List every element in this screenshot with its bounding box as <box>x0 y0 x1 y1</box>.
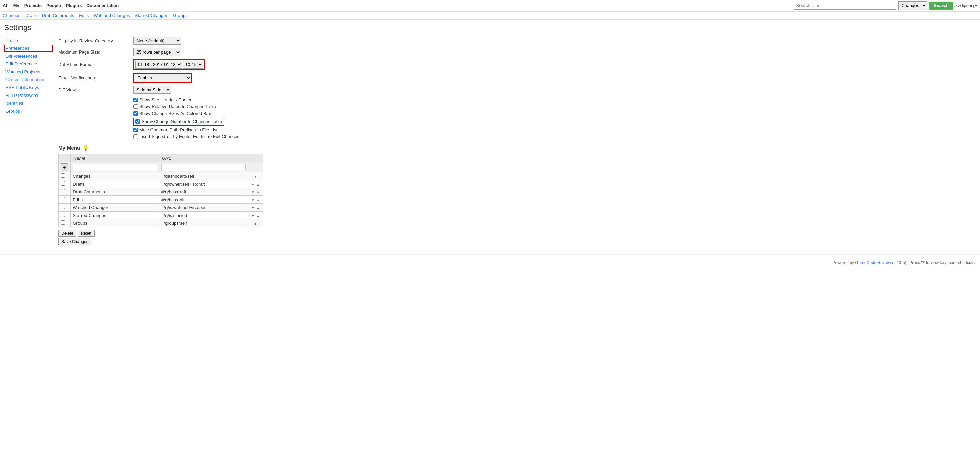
search-input[interactable] <box>794 2 896 10</box>
arrow-up-button[interactable]: ▲ <box>256 214 260 218</box>
arrow-up-button[interactable]: ▲ <box>256 198 260 202</box>
menu-add-btn-cell: + <box>59 162 71 172</box>
email-notifications-control: Enabled Disabled CC Me On My Changes <box>134 73 192 83</box>
menu-row-checkbox[interactable] <box>61 205 65 209</box>
save-changes-button[interactable]: Save Changes <box>58 238 91 245</box>
menu-name-input[interactable] <box>73 164 157 171</box>
arrow-down-button[interactable]: ▼ <box>253 175 258 178</box>
table-row: Drafts #/q/owner:self+is:draft ▼ ▲ <box>59 180 263 188</box>
email-notifications-select[interactable]: Enabled Disabled CC Me On My Changes <box>134 74 191 82</box>
max-page-size-row: Maximum Page Size: 25 rows per page 10 r… <box>58 48 975 56</box>
subnav-starred-changes[interactable]: Starred Changes <box>135 13 168 18</box>
menu-row-checkbox[interactable] <box>61 181 65 186</box>
subnav-draft-comments[interactable]: Draft Comments <box>42 13 75 18</box>
search-type-select[interactable]: Changes Patches Projects Groups Accounts <box>899 2 927 10</box>
menu-row-arrows: ▼ ▲ <box>248 196 263 204</box>
menu-url-input[interactable] <box>161 164 246 171</box>
menu-row-checkbox-cell <box>59 188 71 196</box>
nav-people[interactable]: People <box>46 3 61 8</box>
nav-documentation[interactable]: Documentation <box>87 3 119 8</box>
sidebar-item-contact-information[interactable]: Contact Information <box>4 76 53 83</box>
nav-plugins[interactable]: Plugins <box>66 3 82 8</box>
show-site-header-checkbox[interactable] <box>134 97 138 102</box>
diff-view-row: Diff View: Side by Side Unified Diff <box>58 86 975 94</box>
date-format-select[interactable]: 01-18 ; 2017-01-18 <box>135 61 182 68</box>
menu-row-arrows: ▼ ▲ <box>248 212 263 219</box>
subnav-watched-changes[interactable]: Watched Changes <box>94 13 130 18</box>
table-row: Watched Changes #/q/is:watched+is:open ▼… <box>59 204 263 212</box>
menu-row-checkbox[interactable] <box>61 173 65 178</box>
nav-my[interactable]: My <box>13 3 19 8</box>
search-area: Changes Patches Projects Groups Accounts… <box>794 2 977 10</box>
my-menu-title: My Menu 💡 <box>58 145 975 151</box>
nav-all[interactable]: All <box>3 3 8 8</box>
delete-button[interactable]: Delete <box>58 230 76 237</box>
arrow-down-button[interactable]: ▼ <box>251 214 255 218</box>
sidebar-item-http-password[interactable]: HTTP Password <box>4 92 53 99</box>
menu-row-arrows: ▼ ▲ <box>248 204 263 212</box>
menu-row-checkbox[interactable] <box>61 220 65 225</box>
arrow-up-button[interactable]: ▲ <box>253 222 258 226</box>
menu-row-checkbox[interactable] <box>61 197 65 201</box>
arrow-up-button[interactable]: ▲ <box>256 206 260 210</box>
menu-row-checkbox[interactable] <box>61 213 65 217</box>
sidebar-item-edit-preferences[interactable]: Edit Preferences <box>4 60 53 68</box>
sidebar-item-identities[interactable]: Identities <box>4 100 53 107</box>
menu-row-checkbox[interactable] <box>61 189 65 193</box>
table-row: Edits #/q/has:edit ▼ ▲ <box>59 196 263 204</box>
user-menu[interactable]: xw.lipeng ▾ <box>955 3 977 8</box>
max-page-size-select[interactable]: 25 rows per page 10 rows per page 50 row… <box>134 48 181 56</box>
display-in-review-select[interactable]: None (default) <box>134 37 181 45</box>
reset-button[interactable]: Reset <box>78 230 94 237</box>
top-navigation: All My Projects People Plugins Documenta… <box>0 0 980 11</box>
arrow-down-button[interactable]: ▼ <box>251 190 255 194</box>
nav-projects[interactable]: Projects <box>24 3 41 8</box>
checkbox-show-change-sizes: Show Change Sizes As Colored Bars <box>134 111 975 116</box>
arrow-down-button[interactable]: ▼ <box>251 183 255 186</box>
checkboxes-section: Show Site Header / Footer Show Relative … <box>134 97 975 139</box>
subnav-groups[interactable]: Groups <box>173 13 188 18</box>
menu-row-name: Changes <box>71 172 159 180</box>
subnav-changes[interactable]: Changes <box>3 13 21 18</box>
subnav-edits[interactable]: Edits <box>79 13 89 18</box>
menu-footer-buttons: Delete Reset <box>58 230 975 237</box>
show-change-sizes-checkbox[interactable] <box>134 111 138 116</box>
sidebar-item-preferences[interactable]: Preferences <box>4 45 53 52</box>
sidebar-item-diff-preferences[interactable]: Diff Preferences <box>4 52 53 60</box>
show-change-number-checkbox[interactable] <box>135 119 140 124</box>
menu-row-url: #/q/is:starred <box>159 212 248 219</box>
menu-add-row: + <box>59 162 263 172</box>
footer-text: Powered by <box>832 260 855 265</box>
sidebar-item-watched-projects[interactable]: Watched Projects <box>4 68 53 75</box>
arrow-down-button[interactable]: ▼ <box>251 206 255 210</box>
arrow-down-button[interactable]: ▼ <box>251 198 255 202</box>
menu-row-checkbox-cell <box>59 180 71 188</box>
mute-common-path-label: Mute Common Path Prefixes In File List <box>139 127 217 132</box>
checkbox-show-relative-dates: Show Relative Dates In Changes Table <box>134 104 975 109</box>
table-row: Starred Changes #/q/is:starred ▼ ▲ <box>59 212 263 219</box>
time-format-select[interactable]: 10:45 <box>183 61 203 68</box>
diff-view-select[interactable]: Side by Side Unified Diff <box>134 86 171 94</box>
datetime-group: 01-18 ; 2017-01-18 10:45 <box>134 59 205 70</box>
menu-row-arrows: ▲ <box>248 219 263 227</box>
sidebar-item-ssh-public-keys[interactable]: SSH Public Keys <box>4 84 53 91</box>
show-relative-dates-checkbox[interactable] <box>134 104 138 109</box>
display-in-review-label: Display In Review Category <box>58 38 134 43</box>
arrow-up-button[interactable]: ▲ <box>256 183 260 186</box>
arrow-up-button[interactable]: ▲ <box>256 190 260 194</box>
save-changes-wrapper: Save Changes <box>58 238 975 245</box>
menu-add-button[interactable]: + <box>61 164 68 171</box>
sidebar-item-profile[interactable]: Profile <box>4 37 53 44</box>
sidebar-item-groups[interactable]: Groups <box>4 107 53 115</box>
max-page-size-label: Maximum Page Size: <box>58 49 134 54</box>
menu-row-checkbox-cell <box>59 212 71 219</box>
search-button[interactable]: Search <box>929 2 953 10</box>
checkbox-mute-common-path: Mute Common Path Prefixes In File List <box>134 127 975 132</box>
subnav-drafts[interactable]: Drafts <box>25 13 37 18</box>
insert-signed-off-label: Insert Signed-off-by Footer For Inline E… <box>139 134 240 139</box>
gerrit-link[interactable]: Gerrit Code Review <box>855 260 891 265</box>
mute-common-path-checkbox[interactable] <box>134 127 138 132</box>
datetime-control: 01-18 ; 2017-01-18 10:45 <box>134 59 205 70</box>
menu-col-url: URL <box>159 154 248 162</box>
insert-signed-off-checkbox[interactable] <box>134 134 138 139</box>
